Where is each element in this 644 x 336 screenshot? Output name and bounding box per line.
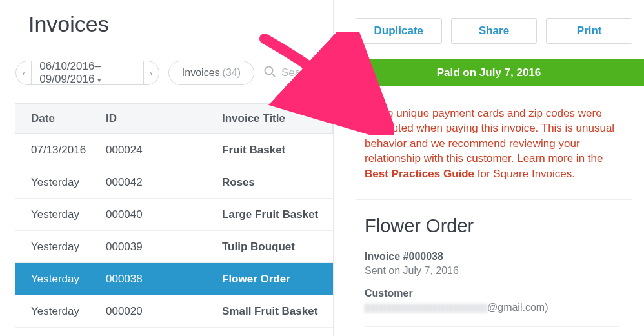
cell-date: 07/13/2016 [15,144,106,157]
cell-date: Yesterday [15,176,106,189]
best-practices-link[interactable]: Best Practices Guide [365,168,474,180]
cell-date: Yesterday [15,208,106,221]
page-title: Invoices [15,12,333,37]
divider [365,326,619,327]
duplicate-button[interactable]: Duplicate [356,18,442,44]
share-button[interactable]: Share [451,18,538,44]
invoice-detail-panel: Duplicate Share Print Paid on July 7, 20… [333,0,644,336]
print-button[interactable]: Print [546,18,632,44]
invoice-number: Invoice #000038 [365,250,632,264]
svg-line-1 [272,74,276,77]
cell-date: Yesterday [15,273,106,286]
customer-label: Customer [365,286,632,301]
col-header-id[interactable]: ID [106,112,222,125]
date-prev-icon[interactable]: ‹ [16,68,31,78]
cell-id: 000038 [106,273,222,286]
search-icon [263,65,276,81]
col-header-title[interactable]: Invoice Title [222,112,332,125]
table-row[interactable]: Yesterday000020Small Fruit Basket [15,295,333,328]
search-input[interactable] [281,66,333,79]
table-row[interactable]: Yesterday000042Roses [15,166,333,199]
fraud-warning: Three unique payment cards and zip codes… [356,86,632,200]
divider [15,46,333,46]
cell-id: 000040 [106,208,222,221]
customer-line: @gmail.com) [365,301,632,315]
col-header-date[interactable]: Date [15,112,106,125]
cell-title: Small Fruit Basket [222,305,333,318]
customer-email-suffix: @gmail.com) [487,302,548,313]
cell-date: Yesterday [15,241,106,253]
invoice-detail-title: Flower Order [356,215,632,237]
svg-point-0 [265,66,273,74]
warning-tail: for Square Invoices. [474,168,575,180]
warning-text: Three unique payment cards and zip codes… [365,107,614,164]
cell-id: 000039 [106,241,222,253]
cell-title: Large Fruit Basket [222,208,333,221]
invoice-meta: Invoice #000038 Sent on July 7, 2016 Cus… [356,250,632,314]
cell-title: Tulip Bouquet [222,241,333,253]
cell-title: Flower Order [222,273,333,286]
sent-date: Sent on July 7, 2016 [365,264,632,278]
cell-date: Yesterday [15,305,106,318]
table-row[interactable]: 07/13/2016000024Fruit Basket [15,134,333,166]
cell-id: 000020 [106,305,222,318]
filter-bar: ‹ 06/10/2016–09/09/2016▾ › Invoices (34) [15,61,333,85]
redacted-customer [365,304,487,313]
cell-title: Fruit Basket [222,144,333,157]
table-row[interactable]: Yesterday000039Tulip Bouquet [15,231,333,263]
status-banner: Paid on July 7, 2016 [334,59,644,86]
cell-title: Roses [222,176,333,189]
table-header: Date ID Invoice Title [15,103,333,134]
date-range-picker[interactable]: ‹ 06/10/2016–09/09/2016▾ › [15,61,159,85]
search-field[interactable] [263,65,333,81]
chevron-down-icon: ▾ [97,76,101,84]
invoice-table: Date ID Invoice Title 07/13/2016000024Fr… [15,103,333,328]
table-row[interactable]: Yesterday000038Flower Order [15,263,333,295]
date-next-icon[interactable]: › [144,68,159,78]
action-bar: Duplicate Share Print [356,18,632,44]
cell-id: 000024 [106,144,222,157]
table-row[interactable]: Yesterday000040Large Fruit Basket [15,199,333,231]
invoice-filter-pill[interactable]: Invoices (34) [168,61,254,85]
cell-id: 000042 [106,176,222,189]
invoice-list-panel: Invoices ‹ 06/10/2016–09/09/2016▾ › Invo… [0,0,333,336]
date-range-label[interactable]: 06/10/2016–09/09/2016▾ [32,60,143,86]
